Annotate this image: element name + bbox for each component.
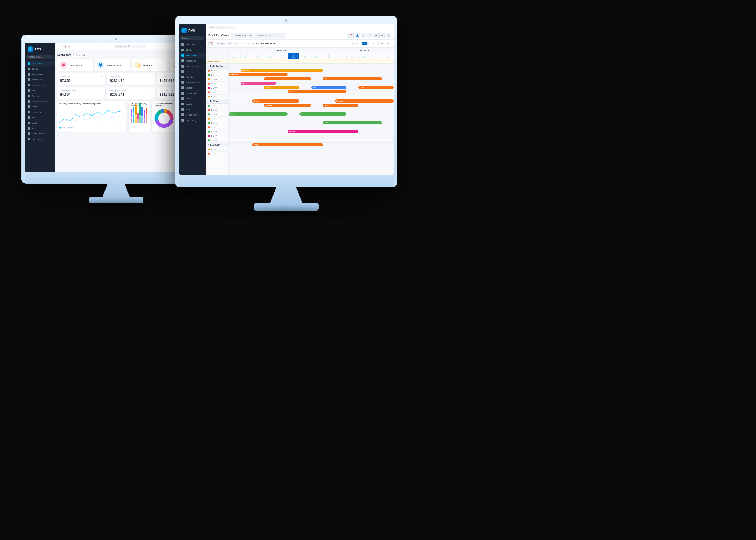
stat-todays-total: Today's Total ✓ $7,350 <box>57 73 105 85</box>
booking-nav-module[interactable]: Module Market <box>179 112 206 117</box>
filter-btn[interactable]: ⊟ <box>361 33 366 38</box>
view-14[interactable]: 14 <box>362 42 367 45</box>
stat-label-5: Monthly Online Total <box>110 89 126 91</box>
row-b1504: Sprey <box>229 143 394 147</box>
sidebar-item-edm[interactable]: EDM <box>25 88 55 93</box>
debtors-ledger-card[interactable]: 💙 Debtors Ledger <box>95 59 130 71</box>
booking-nav-utilities[interactable]: Utilities <box>179 85 206 90</box>
bar-carter[interactable]: Carter <box>264 86 300 89</box>
view-7[interactable]: 7 <box>357 42 361 45</box>
booking-nav-accounting[interactable]: Accounting <box>179 58 206 64</box>
group-header-king: ▼ B&B King <box>206 99 228 104</box>
bar-nguyem[interactable]: Nguyem <box>229 112 288 116</box>
view-30[interactable]: 30 <box>367 42 373 45</box>
sidebar-item-asset[interactable]: Asset Maintenance <box>25 98 55 104</box>
bar-cullen[interactable]: Cullen <box>358 86 394 89</box>
view-1[interactable]: 1 <box>352 42 357 45</box>
sidebar-item-billing[interactable]: RMS Billing <box>25 136 55 142</box>
bar-verenest[interactable]: Verenest <box>335 99 394 103</box>
booking-nav-loyalty[interactable]: Loyalty <box>179 101 206 107</box>
bar-hendrick[interactable]: Hendrick <box>264 104 311 107</box>
bar-sprey[interactable]: Sprey <box>252 143 323 146</box>
b-reservations-icon <box>182 54 184 57</box>
booking-search-input[interactable]: Search... <box>208 26 235 29</box>
right-chin <box>179 175 394 187</box>
sidebar-item-sales[interactable]: Sales Lead <box>25 109 55 115</box>
night-audit-card[interactable]: 🌙 Night Audit <box>132 59 168 71</box>
close-btn-booking[interactable]: ✕ <box>386 33 391 38</box>
booking-nav-billing[interactable]: RMS Billing <box>179 117 206 123</box>
booking-nav-sales[interactable]: Sales Lead <box>179 90 206 96</box>
sidebar-item-setup[interactable]: Setup <box>25 115 55 120</box>
view-90[interactable]: 90 <box>379 42 384 45</box>
stat-value-1: $7,350 <box>60 78 102 82</box>
day-col-7: 7Sun <box>359 54 370 59</box>
charge-icon: 💗 <box>60 61 67 69</box>
date-range-display: 27 Oct 2021 – 9 Nov 2021 <box>246 42 275 45</box>
booking-nav-setup[interactable]: Setup <box>179 96 206 101</box>
booking-nav-edm[interactable]: EDM <box>179 69 206 74</box>
booking-nav-housekeeping[interactable]: Housekeeping <box>179 64 206 69</box>
view-60[interactable]: 60 <box>373 42 379 45</box>
bar-rodriguez[interactable]: Rodriguez <box>229 73 288 76</box>
bar-dominoes[interactable]: Dominoes <box>288 90 346 93</box>
bar-samora[interactable]: Samora <box>288 130 358 133</box>
property-select[interactable]: Jablons B&B <box>231 33 253 38</box>
tools-icon <box>28 127 30 130</box>
sidebar-item-accounting[interactable]: Accounting <box>25 77 55 82</box>
bar-loft[interactable]: Loft <box>241 81 276 85</box>
calendar-icon-btn[interactable]: 📅 <box>208 41 214 46</box>
room-filter-input[interactable] <box>255 33 285 38</box>
booking-nav-dashboard[interactable]: Dashboard <box>179 42 206 47</box>
booking-nav-asset[interactable]: Asset Maintenance <box>179 80 206 85</box>
sidebar-search-left[interactable]: Menu Search... <box>27 55 53 59</box>
sidebar-item-dashboard[interactable]: Dashboard <box>25 61 55 66</box>
info-btn[interactable]: ⓘ <box>367 33 372 38</box>
group-toggle-king[interactable]: ▼ <box>207 100 209 102</box>
sidebar-item-charts[interactable]: Charts <box>25 66 55 71</box>
view-180[interactable]: 180 <box>385 42 391 45</box>
sidebar-item-reports[interactable]: Reports <box>25 93 55 98</box>
day-col-8: 8Mon <box>370 54 382 59</box>
bar-johnson[interactable]: Johnson <box>252 99 300 103</box>
loyalty-icon <box>28 121 30 124</box>
today-btn[interactable]: Today <box>216 42 225 45</box>
sidebar-item-housekeeping[interactable]: Housekeeping <box>25 82 55 88</box>
booking-sidebar-search[interactable]: Search... <box>181 36 204 40</box>
group-toggle-doubles[interactable]: ▼ <box>207 65 209 67</box>
person-btn[interactable]: 👤 <box>354 33 360 38</box>
room-label-b1003: B-1003 <box>206 108 228 112</box>
donut-chart-title: Room Type: Monthly Revenue <box>154 103 179 107</box>
b-setup-icon <box>182 97 184 100</box>
sidebar-item-reservations[interactable]: Reservations <box>25 71 55 77</box>
sidebar-item-tools[interactable]: Tools <box>25 126 55 131</box>
minus-btn[interactable]: – <box>234 42 239 45</box>
sidebar-item-loyalty[interactable]: Loyalty <box>25 120 55 126</box>
bar-teahouse[interactable]: Teahouse <box>241 68 323 72</box>
bar-gelt[interactable]: Gelt <box>323 121 382 124</box>
topbar-search-left[interactable]: Search RMS 🔍 <box>114 45 146 48</box>
booking-nav-reservations[interactable]: Reservations <box>179 53 206 58</box>
booking-nav-charts[interactable]: Charts <box>179 47 206 53</box>
bar-bhuleni[interactable]: Bhuleni <box>300 112 347 116</box>
add-btn[interactable]: + <box>227 42 232 45</box>
next-arrow[interactable]: › <box>278 42 279 45</box>
row-b1509 <box>229 133 394 138</box>
charge-report-card[interactable]: 💗 Charge Report <box>57 59 93 71</box>
prev-arrow[interactable]: ‹ <box>242 42 243 45</box>
b-trails-icon <box>182 108 184 111</box>
booking-nav-trails[interactable]: Trails <box>179 107 206 112</box>
booking-nav-reports[interactable]: Reports <box>179 74 206 80</box>
financial-tab[interactable]: Financial <box>73 53 87 57</box>
bar-regner[interactable]: Regner <box>323 77 382 80</box>
group-toggle-queen[interactable]: ▼ <box>207 144 209 146</box>
bar-lopez[interactable]: Lopez <box>264 77 311 80</box>
bar-horn[interactable]: Horn <box>311 86 347 89</box>
bar-barrios[interactable]: Barrios <box>323 104 358 107</box>
print-btn[interactable]: 🖨 <box>373 33 379 38</box>
sidebar-item-utilities[interactable]: Utilities <box>25 104 55 109</box>
refresh-btn[interactable]: ↺ <box>379 33 385 38</box>
dot-b1001 <box>208 105 210 107</box>
sidebar-item-module[interactable]: Module Market <box>25 131 55 136</box>
location-btn[interactable]: 📍 <box>348 33 354 38</box>
